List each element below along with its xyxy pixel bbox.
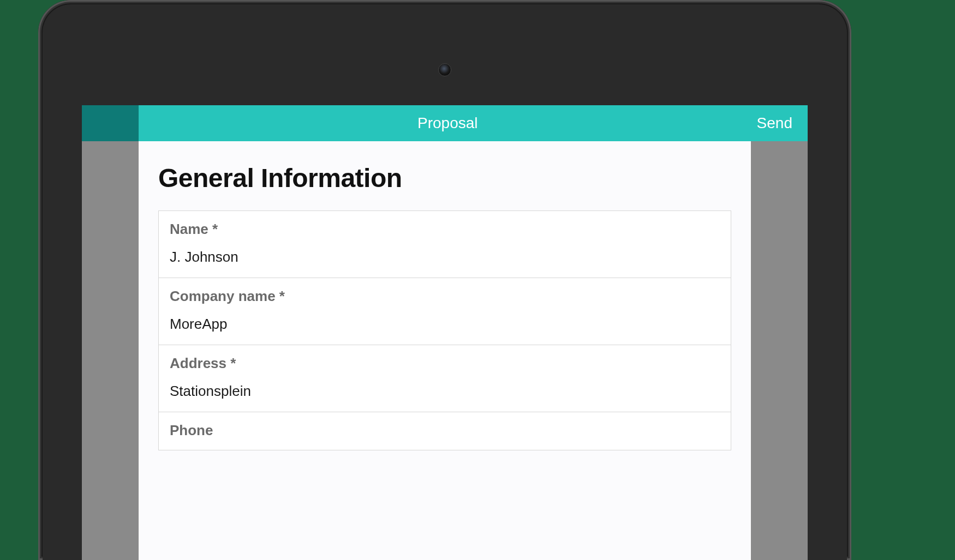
menu-button[interactable] bbox=[82, 105, 139, 141]
phone-label: Phone bbox=[170, 422, 720, 439]
page-title: Proposal bbox=[139, 105, 757, 141]
field-address: Address * bbox=[159, 345, 731, 412]
field-phone: Phone bbox=[159, 412, 731, 439]
company-input[interactable] bbox=[170, 316, 720, 333]
section-title: General Information bbox=[158, 163, 731, 193]
name-label: Name * bbox=[170, 221, 720, 238]
field-name: Name * bbox=[159, 211, 731, 278]
address-input[interactable] bbox=[170, 383, 720, 400]
form-fields: Name * Company name * Address * Phone bbox=[158, 210, 731, 450]
send-button[interactable]: Send bbox=[757, 105, 808, 141]
name-input[interactable] bbox=[170, 249, 720, 266]
field-company: Company name * bbox=[159, 278, 731, 345]
address-label: Address * bbox=[170, 355, 720, 372]
tablet-bezel: Proposal Send General Information Name *… bbox=[43, 4, 847, 560]
tablet-screen: Proposal Send General Information Name *… bbox=[82, 105, 808, 560]
company-label: Company name * bbox=[170, 288, 720, 305]
tablet-frame: Proposal Send General Information Name *… bbox=[38, 0, 851, 560]
form-body: General Information Name * Company name … bbox=[139, 141, 751, 560]
app-header: Proposal Send bbox=[82, 105, 808, 141]
camera-icon bbox=[438, 63, 451, 76]
